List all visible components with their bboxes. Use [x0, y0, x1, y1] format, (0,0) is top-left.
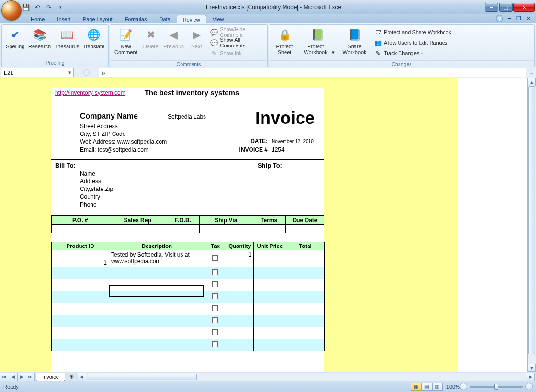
translate-button[interactable]: 🌐Translate: [82, 26, 105, 50]
table-row[interactable]: [51, 267, 324, 279]
invoice-page: http://inventory-system.com The best inv…: [51, 78, 324, 372]
ribbon-group-comments: 📝New Comment ✖Delete ◀Previous ▶Next 💬Sh…: [110, 24, 268, 67]
tab-review[interactable]: Review: [177, 15, 206, 23]
doc-restore-button[interactable]: ❐: [515, 15, 522, 22]
cell-tax[interactable]: [205, 250, 226, 267]
table-row[interactable]: [51, 327, 324, 339]
tab-view[interactable]: View: [206, 14, 230, 23]
horizontal-scrollbar[interactable]: ◀ ▶: [78, 373, 535, 381]
research-button[interactable]: 📚Research: [27, 26, 52, 50]
sheet-nav-prev-icon[interactable]: ◀: [9, 373, 18, 381]
redo-icon[interactable]: ↷: [45, 3, 53, 11]
undo-icon[interactable]: ↶: [33, 3, 42, 11]
checkbox-icon[interactable]: [212, 317, 218, 323]
view-buttons: ▦ ▤ ▥: [411, 383, 443, 391]
tab-data[interactable]: Data: [153, 14, 176, 23]
tab-page-layout[interactable]: Page Layout: [77, 14, 119, 23]
table-row[interactable]: [51, 303, 324, 315]
name-box-input[interactable]: [1, 70, 67, 76]
thesaurus-button[interactable]: 📖Thesaurus: [54, 26, 80, 50]
tab-home[interactable]: Home: [24, 14, 51, 23]
share-workbook-button[interactable]: 📘Share Workbook: [339, 26, 370, 56]
inventory-system-link[interactable]: http://inventory-system.com: [55, 90, 125, 96]
table-row[interactable]: [51, 279, 324, 291]
checkbox-icon[interactable]: [212, 305, 218, 311]
doc-minimize-button[interactable]: ━: [506, 15, 513, 22]
protect-workbook-button[interactable]: 📗Protect Workbook ▾: [299, 26, 337, 56]
quick-access-toolbar: 💾 ↶ ↷ ▾: [22, 0, 65, 14]
spelling-button[interactable]: ✔Spelling: [5, 26, 25, 50]
view-page-layout-icon[interactable]: ▤: [422, 383, 432, 391]
close-button[interactable]: ✕: [513, 3, 535, 12]
scroll-track[interactable]: [528, 86, 536, 364]
maximize-button[interactable]: ▢: [499, 3, 513, 12]
protect-workbook-icon: 📗: [310, 27, 326, 43]
formula-input[interactable]: [109, 70, 526, 76]
ribbon-group-proofing: ✔Spelling 📚Research 📖Thesaurus 🌐Translat…: [1, 24, 109, 67]
zoom-slider[interactable]: [470, 386, 523, 388]
qat-customize-icon[interactable]: ▾: [56, 3, 65, 11]
zoom-thumb[interactable]: [494, 384, 498, 390]
minimize-button[interactable]: ━: [485, 3, 498, 12]
name-box[interactable]: ▾: [1, 68, 74, 77]
sheet-nav-first-icon[interactable]: ⏮: [0, 373, 9, 381]
help-icon[interactable]: ?: [496, 15, 503, 22]
checkbox-icon[interactable]: [212, 255, 218, 261]
formula-expand-icon[interactable]: ⌄: [527, 67, 536, 78]
vertical-scrollbar[interactable]: ▲ ▼: [527, 78, 536, 372]
th-duedate: Due Date: [286, 215, 324, 224]
view-page-break-icon[interactable]: ▥: [432, 383, 443, 391]
checkbox-icon[interactable]: [212, 281, 218, 287]
checkbox-icon[interactable]: [212, 293, 218, 299]
cell-description[interactable]: Tested by Softpedia. Visit us at www.sof…: [109, 250, 205, 267]
invoice-date-block: DATE:November 12, 2010 INVOICE #1254: [229, 137, 315, 154]
scroll-left-icon[interactable]: ◀: [78, 373, 86, 381]
office-button[interactable]: [1, 0, 22, 21]
sheet-nav-next-icon[interactable]: ▶: [18, 373, 26, 381]
ink-icon: ✎: [210, 49, 218, 57]
scroll-thumb[interactable]: [528, 86, 535, 354]
view-normal-icon[interactable]: ▦: [411, 383, 422, 391]
hscroll-thumb[interactable]: [87, 374, 197, 380]
comment-icon: 💬: [210, 28, 218, 36]
table-row[interactable]: 1 Tested by Softpedia. Visit us at www.s…: [51, 250, 324, 267]
cell-quantity[interactable]: 1: [226, 250, 253, 267]
cell-total[interactable]: [286, 250, 324, 267]
allow-users-edit-button[interactable]: 👥Allow Users to Edit Ranges: [374, 38, 451, 47]
tab-formulas[interactable]: Formulas: [119, 14, 153, 23]
table-row[interactable]: [51, 224, 324, 233]
save-icon[interactable]: 💾: [22, 3, 30, 11]
checkbox-icon[interactable]: [212, 269, 218, 275]
zoom-percent[interactable]: 100%: [446, 384, 460, 390]
cell-unitprice[interactable]: [253, 250, 286, 267]
sheet-nav-last-icon[interactable]: ⏭: [26, 373, 35, 381]
cell-productid[interactable]: 1: [51, 250, 109, 267]
checkbox-icon[interactable]: [212, 329, 218, 335]
doc-close-button[interactable]: ✕: [525, 15, 532, 22]
show-all-comments-button[interactable]: 💬Show All Comments: [210, 38, 262, 47]
checkbox-icon[interactable]: [212, 341, 218, 347]
table-row[interactable]: [51, 291, 324, 303]
page-margin-left: [0, 78, 51, 372]
name-box-dropdown-icon[interactable]: ▾: [67, 69, 73, 76]
protect-sheet-button[interactable]: 🔒Protect Sheet: [272, 26, 297, 56]
zoom-out-button[interactable]: −: [460, 383, 467, 390]
worksheet[interactable]: http://inventory-system.com The best inv…: [0, 78, 527, 372]
zoom-in-button[interactable]: +: [525, 383, 533, 390]
th-salesrep: Sales Rep: [109, 215, 166, 224]
tab-insert[interactable]: Insert: [51, 14, 77, 23]
table-row[interactable]: [51, 339, 324, 351]
sheet-tabs-bar: ⏮ ◀ ▶ ⏭ Invoice ✳ ◀ ▶: [0, 372, 536, 381]
protect-share-workbook-button[interactable]: 🛡Protect and Share Workbook: [374, 27, 451, 37]
ribbon: ✔Spelling 📚Research 📖Thesaurus 🌐Translat…: [0, 23, 536, 67]
scroll-up-icon[interactable]: ▲: [528, 78, 536, 86]
track-changes-button[interactable]: ✎Track Changes ▾: [374, 48, 451, 58]
table-row[interactable]: [51, 315, 324, 327]
new-comment-button[interactable]: 📝New Comment: [113, 26, 139, 56]
insert-sheet-icon[interactable]: ✳: [67, 373, 77, 381]
scroll-right-icon[interactable]: ▶: [526, 373, 534, 381]
sheet-tab-invoice[interactable]: Invoice: [36, 373, 65, 381]
fx-button[interactable]: fx: [99, 70, 109, 76]
scroll-down-icon[interactable]: ▼: [528, 364, 536, 372]
sheet-nav: ⏮ ◀ ▶ ⏭: [0, 373, 35, 381]
